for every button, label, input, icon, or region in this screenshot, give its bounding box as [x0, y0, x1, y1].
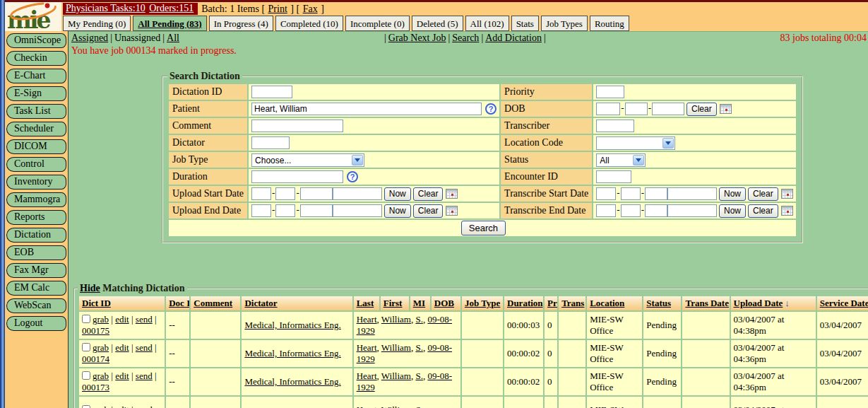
- transcribe-end-month-input[interactable]: [596, 204, 616, 217]
- upload-start-now-button[interactable]: Now: [384, 187, 411, 201]
- dictator-link[interactable]: Medical, Informatics Eng.: [244, 320, 340, 330]
- upload-end-calendar-icon[interactable]: [446, 206, 458, 216]
- column-header-link[interactable]: Dict ID: [82, 298, 111, 308]
- column-header-link[interactable]: First: [384, 298, 403, 308]
- column-header-link[interactable]: Doc ID: [169, 298, 189, 308]
- sidebar-item-task-list[interactable]: Task List: [6, 104, 66, 119]
- send-link[interactable]: send: [136, 404, 153, 408]
- edit-link[interactable]: edit: [115, 404, 129, 408]
- tab-routing[interactable]: Routing: [590, 16, 629, 31]
- send-link[interactable]: send: [136, 371, 153, 381]
- column-header-link[interactable]: Job Type: [465, 298, 500, 308]
- column-header-link[interactable]: Trans: [561, 298, 584, 308]
- column-header-link[interactable]: Last: [357, 298, 374, 308]
- column-header-link[interactable]: Upload Date: [734, 298, 783, 308]
- dictator-link[interactable]: Medical, Informatics Eng.: [244, 376, 340, 387]
- tab-all-102[interactable]: All (102): [465, 16, 509, 31]
- patient-mi-link[interactable]: S.: [415, 404, 422, 408]
- print-link[interactable]: Print: [268, 4, 287, 14]
- column-header-link[interactable]: DOB: [434, 298, 454, 308]
- transcribe-start-now-button[interactable]: Now: [719, 187, 746, 201]
- upload-start-calendar-icon[interactable]: [446, 189, 458, 199]
- sidebar-item-reports[interactable]: Reports: [6, 210, 66, 225]
- row-select-checkbox[interactable]: [82, 405, 90, 408]
- column-header-link[interactable]: Location: [590, 298, 624, 308]
- row-select-checkbox[interactable]: [82, 315, 90, 323]
- job-type-select[interactable]: Choose...: [251, 153, 364, 167]
- upload-start-day-input[interactable]: [275, 187, 295, 200]
- column-header-link[interactable]: Dictator: [244, 298, 277, 308]
- sidebar-item-mammogra[interactable]: Mammogra: [6, 192, 66, 207]
- grab-link[interactable]: grab: [93, 342, 109, 353]
- edit-link[interactable]: edit: [115, 342, 129, 353]
- tab-incomplete-0[interactable]: Incomplete (0): [345, 16, 410, 31]
- send-link[interactable]: send: [136, 314, 153, 325]
- patient-last-link[interactable]: Heart: [357, 404, 377, 408]
- grab-link[interactable]: grab: [93, 314, 109, 325]
- patient-first-link[interactable]: William: [381, 371, 411, 381]
- sidebar-item-checkin[interactable]: Checkin: [6, 51, 66, 66]
- transcriber-input[interactable]: [596, 120, 634, 132]
- patient-last-link[interactable]: Heart: [357, 342, 377, 353]
- search-button[interactable]: Search: [461, 221, 506, 235]
- column-header-trans[interactable]: Trans: [559, 296, 585, 310]
- grab-link[interactable]: grab: [93, 371, 109, 381]
- dict-id-link[interactable]: 000173: [82, 382, 109, 392]
- sidebar-item-dictation[interactable]: Dictation: [6, 228, 66, 243]
- tab-all-pending-83[interactable]: All Pending (83): [133, 16, 206, 31]
- column-header-link[interactable]: Comment: [194, 298, 232, 308]
- upload-start-month-input[interactable]: [251, 187, 271, 200]
- column-header-pri[interactable]: Pri: [545, 296, 557, 310]
- patient-mi-link[interactable]: S.: [415, 342, 422, 353]
- dict-id-link[interactable]: 000175: [82, 325, 109, 336]
- row-select-checkbox[interactable]: [82, 371, 90, 380]
- transcribe-end-day-input[interactable]: [621, 204, 641, 217]
- transcribe-start-day-input[interactable]: [621, 187, 641, 200]
- column-header-dictator[interactable]: Dictator: [242, 296, 352, 310]
- upload-end-time-input[interactable]: [333, 204, 382, 217]
- add-dictation-link[interactable]: Add Dictation: [485, 33, 542, 43]
- sidebar-item-control[interactable]: Control: [6, 157, 66, 172]
- patient-last-link[interactable]: Heart: [357, 314, 377, 325]
- column-header-location[interactable]: Location: [587, 296, 642, 310]
- physicians-tasks-link[interactable]: Physicians Tasks:10: [66, 3, 145, 13]
- patient-input[interactable]: [251, 103, 482, 115]
- all-link[interactable]: All: [167, 33, 179, 43]
- column-header-comment[interactable]: Comment: [191, 296, 240, 310]
- dob-day-input[interactable]: [625, 103, 648, 115]
- patient-first-link[interactable]: William: [381, 404, 411, 408]
- sidebar-item-em-calc[interactable]: EM Calc: [6, 281, 66, 296]
- sidebar-item-inventory[interactable]: Inventory: [6, 175, 66, 190]
- dictation-id-input[interactable]: [251, 86, 292, 98]
- column-header-trans-date[interactable]: Trans Date: [682, 296, 729, 310]
- transcribe-start-calendar-icon[interactable]: [781, 189, 793, 199]
- transcribe-end-now-button[interactable]: Now: [719, 204, 746, 218]
- sidebar-item-dicom[interactable]: DICOM: [6, 139, 66, 154]
- column-header-link[interactable]: Trans Date: [685, 298, 729, 308]
- patient-mi-link[interactable]: S.: [415, 371, 422, 381]
- dictator-link[interactable]: Medical, Informatics Eng.: [244, 348, 340, 359]
- assigned-link[interactable]: Assigned: [71, 33, 108, 43]
- edit-link[interactable]: edit: [115, 371, 129, 381]
- sidebar-item-e-chart[interactable]: E-Chart: [6, 69, 66, 83]
- hide-link[interactable]: Hide: [80, 283, 100, 293]
- priority-input[interactable]: [596, 86, 624, 98]
- sidebar-item-webscan[interactable]: WebScan: [6, 298, 66, 313]
- sidebar-item-scheduler[interactable]: Scheduler: [6, 122, 66, 136]
- column-header-link[interactable]: Duration: [507, 298, 543, 308]
- patient-help-icon[interactable]: ?: [485, 103, 497, 115]
- orders-link[interactable]: Orders:151: [149, 3, 194, 13]
- transcribe-end-clear-button[interactable]: Clear: [748, 204, 778, 218]
- dob-clear-button[interactable]: Clear: [686, 103, 717, 116]
- edit-link[interactable]: edit: [115, 314, 129, 325]
- dob-year-input[interactable]: [652, 103, 684, 115]
- patient-first-link[interactable]: William: [381, 314, 411, 325]
- column-header-link[interactable]: Service Date: [820, 298, 868, 308]
- dictator-input[interactable]: [251, 136, 290, 149]
- duration-input[interactable]: [251, 170, 343, 183]
- transcribe-start-year-input[interactable]: [645, 187, 667, 200]
- search-link[interactable]: Search: [452, 33, 479, 43]
- sidebar-item-omniscope[interactable]: OmniScope: [6, 33, 66, 48]
- column-header-mi[interactable]: MI: [410, 296, 430, 310]
- row-select-checkbox[interactable]: [82, 343, 90, 351]
